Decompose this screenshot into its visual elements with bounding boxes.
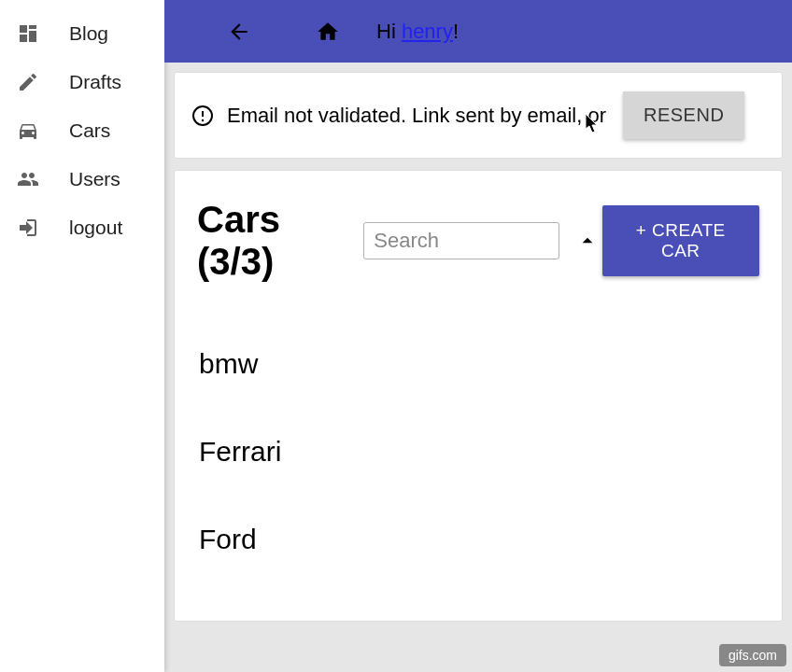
search-input[interactable] <box>363 222 559 259</box>
page-title: Cars (3/3) <box>197 199 345 283</box>
home-button[interactable] <box>309 13 346 50</box>
home-icon <box>316 20 340 44</box>
sidebar-item-label: Users <box>69 168 120 190</box>
sidebar-item-users[interactable]: Users <box>0 155 164 203</box>
sidebar-item-label: Blog <box>69 22 108 45</box>
list-item[interactable]: Ferrari <box>197 408 759 496</box>
alert-text: Email not validated. Link sent by email,… <box>227 104 606 128</box>
back-button[interactable] <box>220 13 258 50</box>
sidebar-item-label: logout <box>69 217 122 239</box>
topbar: Hi henry! <box>164 0 792 63</box>
list-item[interactable]: Ford <box>197 496 759 583</box>
content-area: Hi henry! Email not validated. Link sent… <box>164 0 792 672</box>
sidebar-item-blog[interactable]: Blog <box>0 9 164 58</box>
header-row: Cars (3/3) + CREATE CAR <box>197 199 759 283</box>
svg-point-2 <box>202 119 204 120</box>
watermark: gifs.com <box>719 644 786 666</box>
car-list: bmw Ferrari Ford <box>197 320 759 583</box>
email-validation-alert: Email not validated. Link sent by email,… <box>174 72 783 159</box>
create-car-button[interactable]: + CREATE CAR <box>602 205 760 276</box>
car-icon <box>17 119 39 142</box>
sidebar-item-label: Cars <box>69 119 110 142</box>
sidebar-item-label: Drafts <box>69 71 121 93</box>
people-icon <box>17 168 39 190</box>
greeting-post: ! <box>453 20 459 43</box>
resend-button[interactable]: RESEND <box>623 91 744 139</box>
pencil-icon <box>17 71 39 93</box>
alert-icon <box>191 105 214 127</box>
greeting: Hi henry! <box>376 20 459 44</box>
list-item[interactable]: bmw <box>197 320 759 408</box>
layout-icon <box>17 22 39 45</box>
sidebar: Blog Drafts Cars Users logout <box>0 0 164 672</box>
sidebar-item-logout[interactable]: logout <box>0 203 164 252</box>
arrow-left-icon <box>227 20 251 44</box>
exit-icon <box>17 217 39 239</box>
sidebar-item-cars[interactable]: Cars <box>0 106 164 155</box>
collapse-button[interactable] <box>573 224 601 258</box>
username-link[interactable]: henry <box>402 20 453 43</box>
main-card: Cars (3/3) + CREATE CAR bmw Ferrari Ford <box>174 170 783 622</box>
greeting-pre: Hi <box>376 20 402 43</box>
sidebar-item-drafts[interactable]: Drafts <box>0 58 164 106</box>
chevron-up-icon <box>575 229 600 253</box>
